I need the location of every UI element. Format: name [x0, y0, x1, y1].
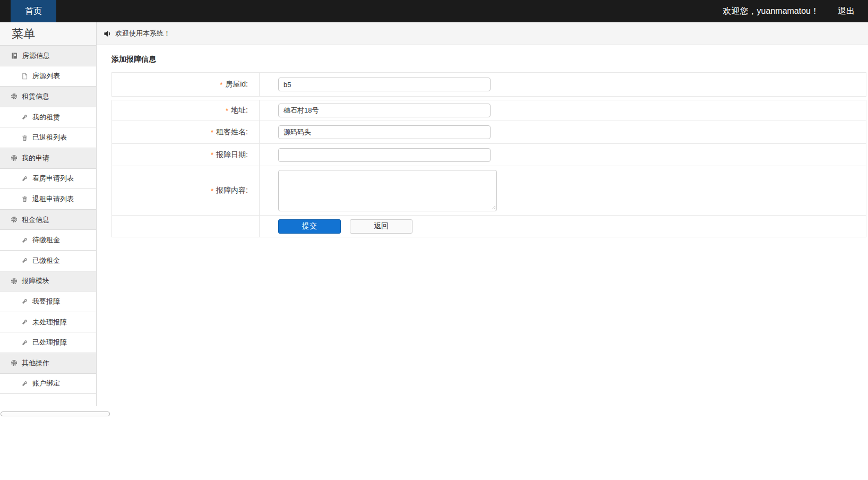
wrench-icon [21, 319, 28, 325]
sidebar-item[interactable]: 我要报障 [0, 292, 96, 312]
trash-icon [21, 195, 28, 202]
form-row-report-date: * 报障日期: [112, 143, 866, 166]
sidebar-menu: 房源信息 房源列表 租赁信息 我的租赁 已退租列表 我的申请 看房申请列表 退租… [0, 46, 96, 394]
welcome-text: 欢迎您，yuanmamatou！ [723, 6, 819, 17]
sidebar-item[interactable]: 退租申请列表 [0, 189, 96, 210]
form-buttons-row: 提交 返回 [112, 215, 866, 237]
speaker-icon [104, 30, 111, 38]
field-label: * 报障日期: [112, 144, 260, 166]
buttons-label-spacer [112, 216, 260, 237]
tab-home[interactable]: 首页 [11, 0, 56, 22]
sidebar-item-label: 账户绑定 [32, 379, 60, 388]
notice-bar: 欢迎使用本系统！ [97, 22, 868, 45]
wrench-icon [21, 339, 28, 346]
form-section: 添加报障信息 * 房屋id: * 地址: * 租客姓名: [97, 45, 868, 237]
sidebar-item[interactable]: 租金信息 [0, 210, 96, 230]
field-label: * 地址: [112, 100, 260, 121]
sidebar-item-label: 退租申请列表 [32, 194, 74, 204]
back-button[interactable]: 返回 [350, 219, 412, 234]
book-icon [11, 52, 18, 59]
form-row-address: * 地址: [112, 100, 866, 121]
top-navigation-bar: 首页 欢迎您，yuanmamatou！ 退出 [0, 0, 868, 22]
sidebar-item[interactable]: 房源信息 [0, 46, 96, 66]
field-label: * 报障内容: [112, 166, 260, 215]
sidebar-item-label: 租金信息 [22, 215, 49, 225]
sidebar-item[interactable]: 未处理报障 [0, 312, 96, 333]
gear-icon [11, 93, 18, 100]
required-marker: * [211, 128, 213, 136]
submit-button[interactable]: 提交 [278, 219, 341, 234]
gear-icon [11, 359, 18, 366]
tenant-name-input[interactable] [278, 125, 491, 139]
resize-handle-icon[interactable] [491, 204, 496, 210]
page-title: 添加报障信息 [111, 45, 868, 64]
wrench-icon [21, 298, 28, 305]
sidebar-item[interactable]: 已处理报障 [0, 332, 96, 353]
required-marker: * [226, 107, 228, 115]
sidebar-item[interactable]: 待缴租金 [0, 230, 96, 251]
required-marker: * [211, 187, 213, 195]
form-table-top: * 房屋id: [111, 72, 866, 97]
logout-link[interactable]: 退出 [838, 6, 855, 17]
sidebar-item-label: 租赁信息 [22, 92, 49, 101]
sidebar-item[interactable]: 我的租赁 [0, 107, 96, 128]
main-content: 欢迎使用本系统！ 添加报障信息 * 房屋id: * 地址: * 租客姓名: [97, 22, 868, 237]
gear-icon [11, 216, 18, 223]
sidebar: 菜单 房源信息 房源列表 租赁信息 我的租赁 已退租列表 我的申请 看房申请列表… [0, 22, 97, 406]
buttons-cell: 提交 返回 [260, 216, 866, 237]
wrench-icon [21, 175, 28, 182]
sidebar-item-label: 已处理报障 [32, 338, 67, 347]
report-content-textarea[interactable] [278, 170, 497, 211]
sidebar-item-label: 我的申请 [22, 153, 49, 163]
sidebar-item-label: 已退租列表 [32, 133, 67, 142]
sidebar-item[interactable]: 已缴租金 [0, 251, 96, 271]
sidebar-item-label: 未处理报障 [32, 318, 67, 327]
notice-text: 欢迎使用本系统！ [115, 29, 170, 38]
sidebar-item[interactable]: 其他操作 [0, 353, 96, 374]
sidebar-item-label: 看房申请列表 [32, 174, 74, 183]
field-label: * 租客姓名: [112, 121, 260, 143]
gear-icon [11, 155, 18, 161]
wrench-icon [21, 237, 28, 244]
sidebar-item[interactable]: 我的申请 [0, 148, 96, 169]
sidebar-item-label: 其他操作 [22, 358, 49, 368]
form-row-report-content: * 报障内容: [112, 166, 866, 215]
sidebar-item-label: 房源列表 [32, 71, 60, 81]
sidebar-item[interactable]: 已退租列表 [0, 127, 96, 148]
sidebar-item[interactable]: 看房申请列表 [0, 169, 96, 190]
form-row-tenant-name: * 租客姓名: [112, 121, 866, 143]
form-table-main: * 地址: * 租客姓名: * 报障日期: * 报障内容: [111, 100, 866, 237]
required-marker: * [211, 151, 213, 159]
form-row-house-id: * 房屋id: [112, 73, 866, 96]
sidebar-item-label: 报障模块 [22, 276, 49, 286]
sidebar-title: 菜单 [0, 22, 96, 46]
wrench-icon [21, 257, 28, 264]
wrench-icon [21, 380, 28, 387]
sidebar-item[interactable]: 账户绑定 [0, 374, 96, 395]
field-label: * 房屋id: [112, 73, 260, 96]
sidebar-item[interactable]: 房源列表 [0, 66, 96, 87]
address-input[interactable] [278, 104, 491, 117]
sidebar-item-label: 房源信息 [22, 51, 50, 61]
trash-icon [21, 134, 28, 141]
topbar-user-area: 欢迎您，yuanmamatou！ 退出 [723, 0, 855, 22]
report-date-input[interactable] [278, 148, 491, 162]
sidebar-item-label: 待缴租金 [32, 235, 60, 245]
sidebar-item-label: 我的租赁 [32, 113, 60, 122]
gear-icon [11, 278, 18, 285]
wrench-icon [21, 114, 28, 121]
sidebar-item-label: 已缴租金 [32, 256, 60, 265]
house-id-input[interactable] [278, 78, 491, 91]
sidebar-item-label: 我要报障 [32, 297, 60, 306]
sidebar-item[interactable]: 报障模块 [0, 271, 96, 292]
sidebar-item[interactable]: 租赁信息 [0, 87, 96, 107]
required-marker: * [220, 81, 222, 89]
horizontal-scrollbar[interactable] [1, 412, 110, 416]
file-icon [21, 73, 28, 80]
